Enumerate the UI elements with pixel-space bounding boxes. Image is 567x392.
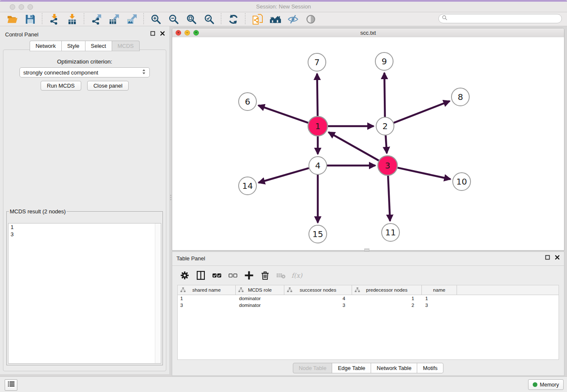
zoom-fit-icon[interactable] [184,13,198,25]
graph-edge-1-7[interactable] [317,74,317,116]
split-columns-icon[interactable] [194,269,207,282]
control-panel-tabs: NetworkStyleSelectMCDS [0,41,169,51]
tab-select[interactable]: Select [85,41,112,51]
table-cell[interactable]: 1 [422,296,457,301]
column-header-name[interactable]: name [422,285,457,295]
tab-node-table[interactable]: Node Table [293,363,333,373]
unchecked-boxes-icon[interactable] [226,269,239,282]
graph-edge-2-9[interactable] [384,73,385,117]
network-window-titlebar[interactable]: × − + scc.txt [172,28,564,38]
column-header-successor-nodes[interactable]: successor nodes [284,285,352,295]
horizontal-splitter-grip[interactable] [364,248,369,251]
export-network-icon[interactable] [89,13,103,25]
table-cell[interactable]: dominator [236,303,284,308]
close-panel-icon[interactable] [160,30,165,36]
graph-node-8[interactable]: 8 [451,88,469,106]
eye-slash-icon[interactable] [286,13,300,25]
column-label: name [433,287,446,293]
task-history-button[interactable] [5,379,17,391]
column-header-predecessor-nodes[interactable]: predecessor nodes [352,285,422,295]
svg-text:1: 1 [315,121,321,131]
mcds-result-legend: MCDS result (2 nodes) [9,208,66,215]
graph-node-4[interactable]: 4 [309,157,327,174]
function-fx-icon: f(x) [291,269,303,282]
tab-style[interactable]: Style [61,41,85,51]
graph-node-3[interactable]: 3 [378,156,397,175]
graph-node-1[interactable]: 1 [308,116,328,136]
table-cell[interactable]: dominator [236,296,284,301]
mcds-result-text[interactable]: 13 [8,223,161,364]
graph-node-6[interactable]: 6 [239,93,256,110]
table-remove-icon [275,269,287,282]
save-floppy-icon[interactable] [23,13,37,25]
criterion-select[interactable]: strongly connected component [19,67,150,77]
trash-icon[interactable] [259,269,271,282]
table-row[interactable]: 1dominator411 [178,295,559,302]
document-network-icon[interactable] [250,13,264,25]
graph-node-15[interactable]: 15 [309,225,327,243]
graph-edge-3-11[interactable] [388,176,390,221]
search-box[interactable] [438,14,562,23]
table-cell[interactable]: 2 [352,303,422,308]
tab-mcds[interactable]: MCDS [112,41,140,51]
graph-node-2[interactable]: 2 [376,117,394,135]
half-circle-eye-icon[interactable] [303,13,318,25]
toolbar-separator [84,13,84,25]
toolbar-separator [221,13,221,25]
toolbar-separator [143,13,144,25]
tab-edge-table[interactable]: Edge Table [332,363,371,373]
column-header-shared-name[interactable]: shared name [178,285,236,295]
zoom-out-icon[interactable] [166,13,181,25]
window-title: Session: New Session [0,3,567,10]
graph-edge-4-14[interactable] [259,168,309,182]
close-table-panel-icon[interactable] [554,254,560,260]
memory-status-dot [533,382,537,387]
network-graph[interactable]: 1234678910111415 [172,37,564,250]
graph-node-9[interactable]: 9 [375,52,393,70]
tab-network-table[interactable]: Network Table [371,363,417,373]
svg-text:15: 15 [312,229,323,239]
zoom-in-icon[interactable] [149,13,163,25]
import-table-icon[interactable] [65,13,79,25]
column-header-MCDS-role[interactable]: MCDS role [236,285,284,295]
memory-button[interactable]: Memory [528,379,564,390]
graph-edge-3-10[interactable] [397,168,450,179]
folder-open-icon[interactable] [5,13,19,25]
tab-motifs[interactable]: Motifs [417,363,443,373]
result-scrollbar[interactable] [155,224,161,363]
table-cell[interactable]: 1 [178,296,236,301]
graph-edge-3-1[interactable] [328,132,379,160]
zoom-selected-icon[interactable] [202,13,216,25]
graph-node-11[interactable]: 11 [382,224,399,241]
float-panel-icon[interactable] [150,30,155,36]
close-panel-button[interactable]: Close panel [87,81,129,91]
plus-icon[interactable] [242,269,255,282]
table-cell[interactable]: 3 [422,303,457,308]
table-cell[interactable]: 3 [284,303,352,308]
network-canvas[interactable]: 1234678910111415 [172,37,564,250]
export-image-icon[interactable] [124,13,139,25]
graph-node-7[interactable]: 7 [308,53,326,71]
toolbar-separator [245,13,245,25]
search-input[interactable] [449,14,561,23]
graph-edge-2-8[interactable] [394,101,450,123]
export-table-icon[interactable] [107,13,121,25]
graph-edge-2-3[interactable] [385,135,387,153]
gear-icon[interactable] [178,269,191,282]
import-network-icon[interactable] [47,13,61,25]
graph-node-10[interactable]: 10 [453,173,471,190]
refresh-icon[interactable] [226,13,240,25]
graph-node-14[interactable]: 14 [239,177,256,195]
tab-network[interactable]: Network [30,41,62,51]
svg-text:6: 6 [245,97,250,107]
checked-boxes-icon[interactable] [210,269,223,282]
table-panel-title: Table Panel [176,255,205,262]
float-table-panel-icon[interactable] [545,254,550,260]
table-row[interactable]: 3dominator323 [178,302,559,309]
run-mcds-button[interactable]: Run MCDS [41,81,81,91]
table-cell[interactable]: 4 [284,296,352,301]
graph-edge-1-6[interactable] [258,105,308,123]
table-cell[interactable]: 1 [352,296,422,301]
table-cell[interactable]: 3 [178,303,236,308]
houses-icon[interactable] [268,13,282,25]
